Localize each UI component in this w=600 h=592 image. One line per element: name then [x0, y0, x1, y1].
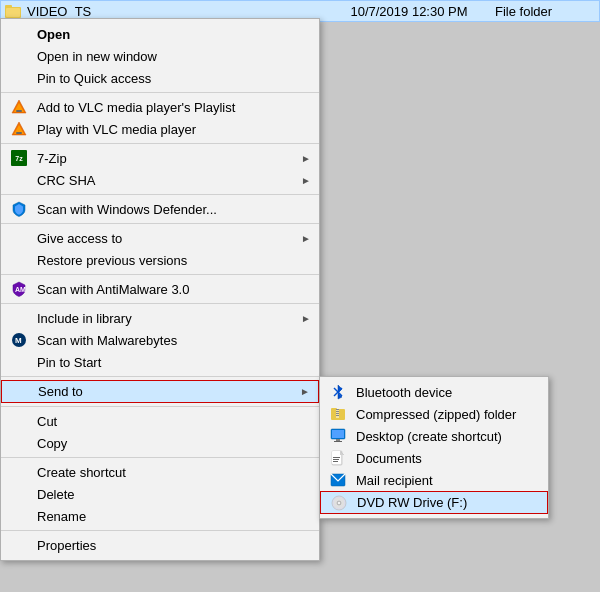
divider-2 — [1, 143, 319, 144]
svg-text:AM: AM — [15, 286, 26, 293]
svg-rect-5 — [16, 110, 22, 112]
submenu-send-to: Bluetooth device Compressed (zipped) fol… — [319, 376, 549, 519]
menu-item-pin-start[interactable]: Pin to Start — [1, 351, 319, 373]
menu-item-copy[interactable]: Copy — [1, 432, 319, 454]
svg-rect-32 — [333, 461, 338, 462]
menu-item-scan-malwarebytes[interactable]: M Scan with Malwarebytes — [1, 329, 319, 351]
menu-item-add-vlc-playlist[interactable]: Add to VLC media player's Playlist — [1, 96, 319, 118]
menu-item-cut[interactable]: Cut — [1, 410, 319, 432]
divider-8 — [1, 406, 319, 407]
submenu-item-desktop[interactable]: Desktop (create shortcut) — [320, 425, 548, 447]
divider-7 — [1, 376, 319, 377]
divider-4 — [1, 223, 319, 224]
svg-rect-2 — [6, 8, 20, 17]
menu-item-open[interactable]: Open — [1, 23, 319, 45]
dvd-icon — [329, 493, 349, 513]
submenu-item-bluetooth[interactable]: Bluetooth device — [320, 381, 548, 403]
antimalware-icon: AM — [9, 279, 29, 299]
menu-item-rename[interactable]: Rename — [1, 505, 319, 527]
defender-icon — [9, 199, 29, 219]
menu-item-include-library[interactable]: Include in library ► — [1, 307, 319, 329]
menu-item-7zip[interactable]: 7z 7-Zip ► — [1, 147, 319, 169]
divider-9 — [1, 457, 319, 458]
divider-10 — [1, 530, 319, 531]
svg-rect-8 — [16, 132, 22, 134]
svg-rect-30 — [333, 457, 340, 458]
svg-rect-24 — [334, 441, 342, 442]
library-arrow: ► — [301, 313, 311, 324]
documents-icon — [328, 448, 348, 468]
submenu-item-documents[interactable]: Documents — [320, 447, 548, 469]
menu-item-scan-antimalware[interactable]: AM Scan with AntiMalware 3.0 — [1, 278, 319, 300]
crc-arrow: ► — [301, 175, 311, 186]
menu-item-create-shortcut[interactable]: Create shortcut — [1, 461, 319, 483]
7zip-arrow: ► — [301, 153, 311, 164]
svg-rect-25 — [332, 430, 344, 438]
svg-text:M: M — [15, 336, 22, 345]
submenu-item-dvd[interactable]: DVD RW Drive (F:) — [320, 491, 548, 514]
svg-rect-19 — [336, 413, 339, 414]
desktop-icon — [328, 426, 348, 446]
file-date: 10/7/2019 12:30 PM — [329, 4, 489, 19]
divider-5 — [1, 274, 319, 275]
divider-6 — [1, 303, 319, 304]
svg-rect-20 — [336, 415, 339, 416]
menu-item-delete[interactable]: Delete — [1, 483, 319, 505]
svg-rect-31 — [333, 459, 339, 460]
folder-icon — [5, 4, 21, 18]
mail-icon — [328, 470, 348, 490]
menu-item-open-new-window[interactable]: Open in new window — [1, 45, 319, 67]
file-name: VIDEO_TS — [27, 4, 323, 19]
divider-3 — [1, 194, 319, 195]
svg-point-36 — [338, 502, 340, 504]
divider-1 — [1, 92, 319, 93]
give-access-arrow: ► — [301, 233, 311, 244]
menu-item-send-to[interactable]: Send to ► — [1, 380, 319, 403]
svg-rect-18 — [336, 411, 339, 412]
submenu-item-mail[interactable]: Mail recipient — [320, 469, 548, 491]
file-type: File folder — [495, 4, 595, 19]
send-to-arrow: ► — [300, 386, 310, 397]
vlc-icon-1 — [9, 97, 29, 117]
menu-item-restore-previous[interactable]: Restore previous versions — [1, 249, 319, 271]
menu-item-give-access[interactable]: Give access to ► — [1, 227, 319, 249]
menu-item-properties[interactable]: Properties — [1, 534, 319, 556]
bluetooth-icon — [328, 382, 348, 402]
menu-item-scan-defender[interactable]: Scan with Windows Defender... — [1, 198, 319, 220]
menu-item-crc-sha[interactable]: CRC SHA ► — [1, 169, 319, 191]
context-menu: Open Open in new window Pin to Quick acc… — [0, 18, 320, 561]
malwarebytes-icon: M — [9, 330, 29, 350]
menu-item-pin-quick-access[interactable]: Pin to Quick access — [1, 67, 319, 89]
7zip-icon: 7z — [9, 148, 29, 168]
menu-item-play-vlc[interactable]: Play with VLC media player — [1, 118, 319, 140]
compressed-icon — [328, 404, 348, 424]
submenu-item-compressed[interactable]: Compressed (zipped) folder — [320, 403, 548, 425]
svg-rect-17 — [336, 409, 339, 410]
vlc-icon-2 — [9, 119, 29, 139]
